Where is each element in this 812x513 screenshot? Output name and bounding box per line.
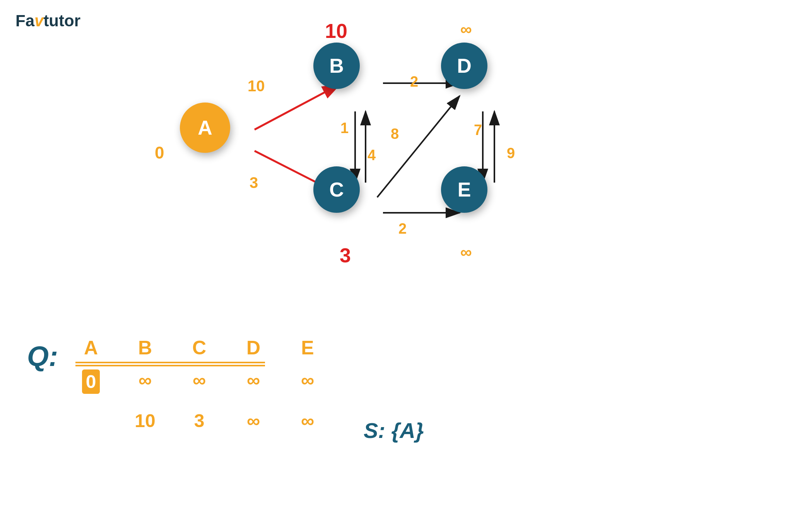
row2-val-E: ∞: [294, 410, 321, 431]
edge-label-inf-e: ∞: [460, 243, 472, 262]
node-D: D: [441, 43, 487, 89]
edge-label-inf-d: ∞: [460, 20, 472, 39]
row1-val-E: ∞: [294, 369, 321, 394]
table-separator-2: [75, 365, 265, 366]
col-header-B: B: [132, 337, 159, 359]
col-header-E: E: [294, 337, 321, 359]
table-row2: 10 3 ∞ ∞: [77, 410, 321, 431]
logo-text: Fa: [15, 12, 34, 30]
row2-val-D: ∞: [240, 410, 267, 431]
edge-label-7-de: 7: [474, 122, 482, 139]
table-separator-1: [75, 362, 265, 363]
node-E: E: [441, 166, 487, 213]
q-label: Q:: [27, 340, 58, 372]
col-header-C: C: [186, 337, 213, 359]
table-headers: A B C D E: [77, 337, 321, 359]
edge-label-10-ab: 10: [248, 77, 265, 95]
edge-label-3-ac: 3: [250, 174, 258, 192]
node-B: B: [313, 43, 360, 89]
edge-label-2-bd: 2: [410, 74, 418, 90]
row2-val-B: 10: [132, 410, 159, 431]
row1-val-B: ∞: [132, 369, 159, 394]
edge-label-10-red: 10: [325, 19, 347, 43]
table-row1: 0 ∞ ∞ ∞ ∞: [77, 369, 321, 394]
graph-arrows: [0, 0, 812, 337]
row1-val-D: ∞: [240, 369, 267, 394]
node-C: C: [313, 166, 360, 213]
edge-label-4-cb: 4: [368, 147, 376, 164]
svg-line-2: [255, 84, 340, 130]
logo: Favtutor: [15, 12, 80, 30]
col-header-D: D: [240, 337, 267, 359]
edge-label-0: 0: [155, 143, 164, 162]
edge-label-2-ce: 2: [398, 221, 407, 237]
edge-label-3-red: 3: [340, 244, 351, 267]
edge-label-1-bc: 1: [340, 120, 349, 137]
edge-label-9-ed: 9: [507, 145, 515, 162]
node-A: A: [180, 103, 230, 153]
row1-val-C: ∞: [186, 369, 213, 394]
row2-val-C: 3: [186, 410, 213, 431]
row1-val-A: 0: [77, 369, 104, 394]
edge-label-8-cd: 8: [391, 126, 399, 142]
col-header-A: A: [77, 337, 104, 359]
s-set-label: S: {A}: [364, 418, 424, 443]
